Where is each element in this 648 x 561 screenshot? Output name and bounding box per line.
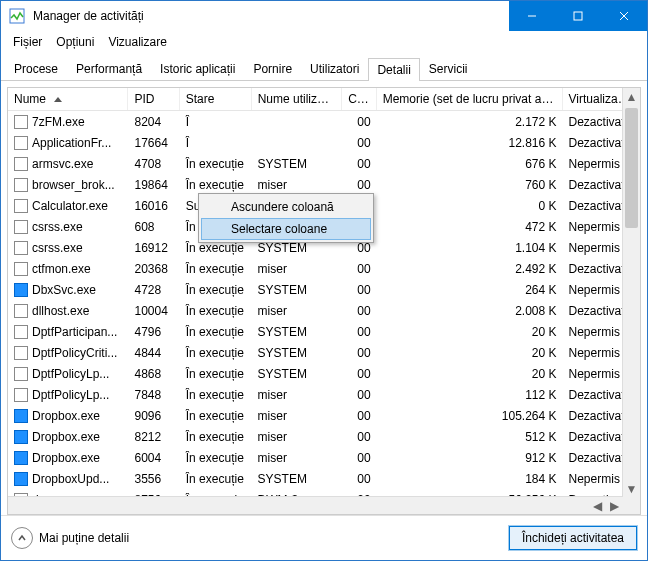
process-pid: 4708 (128, 157, 179, 171)
column-header-memory[interactable]: Memorie (set de lucru privat activ) (377, 88, 563, 110)
footer: Mai puține detalii Închideți activitatea (1, 515, 647, 560)
table-row[interactable]: Dropbox.exe9096În execuțiemiser00105.264… (8, 405, 640, 426)
table-row[interactable]: 7zFM.exe8204Î002.172 KDezactivat (8, 111, 640, 132)
process-memory: 676 K (377, 157, 563, 171)
table-row[interactable]: Dropbox.exe6004În execuțiemiser00912 KDe… (8, 447, 640, 468)
process-user: miser (252, 409, 343, 423)
process-icon (14, 136, 28, 150)
process-name: DptfParticipan... (32, 325, 117, 339)
process-memory: 184 K (377, 472, 563, 486)
column-header-name[interactable]: Nume (8, 88, 128, 110)
context-menu-select-columns[interactable]: Selectare coloane (201, 218, 371, 240)
horizontal-scrollbar[interactable]: ◀ ▶ (8, 496, 623, 514)
process-name: DptfPolicyCriti... (32, 346, 117, 360)
table-row[interactable]: ctfmon.exe20368În execuțiemiser002.492 K… (8, 258, 640, 279)
table-row[interactable]: DptfParticipan...4796În execuțieSYSTEM00… (8, 321, 640, 342)
tab-startup[interactable]: Pornire (244, 57, 301, 80)
table-row[interactable]: ApplicationFr...17664Î0012.816 KDezactiv… (8, 132, 640, 153)
process-icon (14, 115, 28, 129)
fewer-details-label: Mai puține detalii (39, 531, 129, 545)
table-row[interactable]: dllhost.exe10004În execuțiemiser002.008 … (8, 300, 640, 321)
process-cpu: 00 (342, 304, 376, 318)
process-pid: 4728 (128, 283, 179, 297)
process-icon (14, 157, 28, 171)
column-header-row: Nume PID Stare Nume utilizator CPU Memor… (8, 88, 640, 111)
process-user: miser (252, 178, 343, 192)
process-pid: 4796 (128, 325, 179, 339)
process-cpu: 00 (342, 367, 376, 381)
process-pid: 4844 (128, 346, 179, 360)
end-task-button[interactable]: Închideți activitatea (509, 526, 637, 550)
process-user: SYSTEM (252, 283, 343, 297)
scroll-right-arrow-icon[interactable]: ▶ (606, 497, 623, 514)
menu-file[interactable]: Fișier (7, 33, 48, 51)
tab-details[interactable]: Detalii (368, 58, 419, 81)
process-name: dllhost.exe (32, 304, 89, 318)
scroll-thumb[interactable] (625, 108, 638, 228)
scroll-left-arrow-icon[interactable]: ◀ (589, 497, 606, 514)
tab-users[interactable]: Utilizatori (301, 57, 368, 80)
process-pid: 8204 (128, 115, 179, 129)
process-status: Î (180, 136, 252, 150)
process-icon (14, 283, 28, 297)
context-menu-hide-column[interactable]: Ascundere coloană (201, 196, 371, 218)
maximize-button[interactable] (555, 1, 601, 31)
table-row[interactable]: browser_brok...19864În execuțiemiser0076… (8, 174, 640, 195)
process-status: În execuție (180, 325, 252, 339)
process-memory: 1.104 K (377, 241, 563, 255)
fewer-details-toggle[interactable]: Mai puține detalii (11, 527, 129, 549)
column-header-cpu[interactable]: CPU (342, 88, 376, 110)
process-pid: 4868 (128, 367, 179, 381)
process-memory: 0 K (377, 199, 563, 213)
menubar: Fișier Opțiuni Vizualizare (1, 31, 647, 53)
process-cpu: 00 (342, 283, 376, 297)
close-button[interactable] (601, 1, 647, 31)
process-icon (14, 241, 28, 255)
window-controls (509, 1, 647, 31)
column-header-user[interactable]: Nume utilizator (252, 88, 343, 110)
process-name: csrss.exe (32, 241, 83, 255)
vertical-scrollbar[interactable]: ▲ ▼ (622, 88, 640, 514)
process-rows[interactable]: 7zFM.exe8204Î002.172 KDezactivatApplicat… (8, 111, 640, 514)
process-memory: 2.008 K (377, 304, 563, 318)
tab-performance[interactable]: Performanță (67, 57, 151, 80)
task-manager-window: Manager de activități Fișier Opțiuni Viz… (0, 0, 648, 561)
process-status: În execuție (180, 157, 252, 171)
table-row[interactable]: Dropbox.exe8212În execuțiemiser00512 KDe… (8, 426, 640, 447)
process-memory: 760 K (377, 178, 563, 192)
process-pid: 8212 (128, 430, 179, 444)
process-icon (14, 430, 28, 444)
table-row[interactable]: armsvc.exe4708În execuțieSYSTEM00676 KNe… (8, 153, 640, 174)
process-memory: 20 K (377, 367, 563, 381)
process-user: SYSTEM (252, 325, 343, 339)
table-row[interactable]: DropboxUpd...3556În execuțieSYSTEM00184 … (8, 468, 640, 489)
process-status: În execuție (180, 262, 252, 276)
tab-services[interactable]: Servicii (420, 57, 477, 80)
scroll-up-arrow-icon[interactable]: ▲ (623, 88, 640, 105)
menu-options[interactable]: Opțiuni (50, 33, 100, 51)
minimize-button[interactable] (509, 1, 555, 31)
process-cpu: 00 (342, 178, 376, 192)
process-status: În execuție (180, 304, 252, 318)
column-header-status[interactable]: Stare (180, 88, 252, 110)
tab-processes[interactable]: Procese (5, 57, 67, 80)
process-pid: 6004 (128, 451, 179, 465)
process-user: SYSTEM (252, 157, 343, 171)
menu-view[interactable]: Vizualizare (102, 33, 172, 51)
table-row[interactable]: DptfPolicyCriti...4844În execuțieSYSTEM0… (8, 342, 640, 363)
chevron-up-icon (11, 527, 33, 549)
table-row[interactable]: DptfPolicyLp...7848În execuțiemiser00112… (8, 384, 640, 405)
titlebar[interactable]: Manager de activități (1, 1, 647, 31)
process-pid: 3556 (128, 472, 179, 486)
window-title: Manager de activități (33, 9, 144, 23)
process-pid: 16912 (128, 241, 179, 255)
process-status: În execuție (180, 430, 252, 444)
process-status: În execuție (180, 346, 252, 360)
table-row[interactable]: DbxSvc.exe4728În execuțieSYSTEM00264 KNe… (8, 279, 640, 300)
process-memory: 264 K (377, 283, 563, 297)
scroll-down-arrow-icon[interactable]: ▼ (623, 480, 640, 497)
column-header-pid[interactable]: PID (128, 88, 179, 110)
process-user: miser (252, 304, 343, 318)
tab-app-history[interactable]: Istoric aplicații (151, 57, 244, 80)
table-row[interactable]: DptfPolicyLp...4868În execuțieSYSTEM0020… (8, 363, 640, 384)
